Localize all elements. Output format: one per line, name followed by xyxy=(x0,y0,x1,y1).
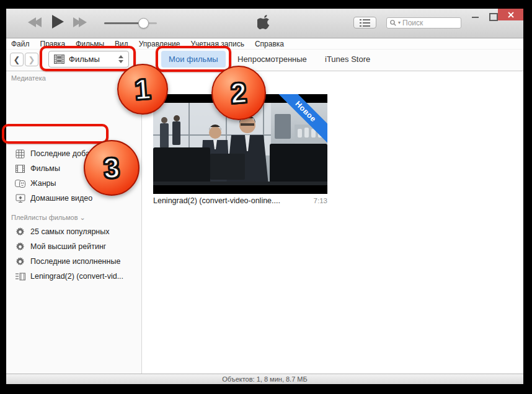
sidebar-item-label: Домашние видео xyxy=(30,194,92,203)
sidebar-item-label: Жанры xyxy=(30,179,56,188)
annotation-step-2: 2 xyxy=(211,66,266,120)
list-view-icon xyxy=(360,19,370,27)
sidebar-header-playlists[interactable]: Плейлисты фильмов ⌄ xyxy=(11,214,86,222)
view-options-button[interactable] xyxy=(353,17,376,28)
search-field[interactable]: ▾ xyxy=(386,17,461,28)
annotation-rect-media-picker xyxy=(40,46,136,71)
play-button[interactable] xyxy=(52,15,64,31)
status-bar: Объектов: 1, 8 мин, 8.7 МБ xyxy=(6,374,523,384)
annotation-rect-home-videos xyxy=(2,124,109,144)
forward-button[interactable]: ❯ xyxy=(25,53,38,66)
app-body: Медиатека Последние добавленные Фильмы xyxy=(6,71,523,374)
menu-help[interactable]: Справка xyxy=(255,40,284,48)
search-input[interactable] xyxy=(402,19,452,27)
sidebar-playlist-leningrad[interactable]: Leningrad(2) (convert-vid... xyxy=(6,269,141,284)
screenshot-frame: ▾ Файл Правка Фильмы Вид Управление Учет… xyxy=(0,0,532,394)
close-button[interactable] xyxy=(498,9,523,20)
status-text: Объектов: 1, 8 мин, 8.7 МБ xyxy=(222,375,307,383)
close-icon xyxy=(508,12,514,18)
video-duration: 7:13 xyxy=(314,197,327,204)
sidebar-header-library: Медиатека xyxy=(11,74,46,82)
gear-icon xyxy=(15,227,25,237)
sidebar-playlist-top-25[interactable]: 25 самых популярных xyxy=(6,224,141,239)
sidebar-item-label: Leningrad(2) (convert-vid... xyxy=(30,272,123,281)
home-video-icon xyxy=(15,193,25,204)
search-scope-chevron-icon: ▾ xyxy=(398,20,401,25)
fast-forward-button[interactable] xyxy=(73,17,87,30)
rewind-button[interactable] xyxy=(28,17,42,30)
play-icon xyxy=(52,15,64,28)
grid-icon xyxy=(15,149,25,159)
sidebar: Медиатека Последние добавленные Фильмы xyxy=(6,71,142,374)
tab-itunes-store[interactable]: iTunes Store xyxy=(317,51,378,68)
new-badge-label: Новое xyxy=(275,94,327,146)
back-button[interactable]: ❮ xyxy=(10,53,24,66)
apple-logo-icon xyxy=(257,14,272,34)
sidebar-playlist-top-rated[interactable]: Мой высший рейтинг xyxy=(6,239,141,254)
film-icon xyxy=(15,164,25,174)
video-title[interactable]: Leningrad(2) (convert-video-online.... xyxy=(153,196,280,205)
volume-knob[interactable] xyxy=(138,18,149,28)
masks-icon xyxy=(15,178,25,189)
sidebar-item-label: Фильмы xyxy=(30,164,60,173)
sidebar-playlist-recently-played[interactable]: Последние исполненные xyxy=(6,254,141,269)
annotation-step-1-number: 1 xyxy=(133,72,151,107)
tab-unwatched[interactable]: Непросмотренные xyxy=(230,51,314,68)
annotation-step-1: 1 xyxy=(117,64,168,115)
rewind-icon xyxy=(33,17,42,27)
annotation-step-3: 3 xyxy=(84,140,140,196)
annotation-step-2-number: 2 xyxy=(229,76,247,110)
annotation-step-3-number: 3 xyxy=(102,151,120,185)
annotation-rect-my-movies-tab xyxy=(156,46,231,72)
minimize-button[interactable] xyxy=(469,12,482,20)
video-playlist-icon xyxy=(15,271,25,282)
menu-file[interactable]: Файл xyxy=(11,40,30,48)
sidebar-item-label: Мой высший рейтинг xyxy=(30,242,106,251)
gear-icon xyxy=(15,256,25,267)
search-icon xyxy=(390,20,396,26)
volume-slider[interactable] xyxy=(104,22,157,24)
video-caption: Leningrad(2) (convert-video-online.... 7… xyxy=(153,196,327,205)
new-badge: Новое xyxy=(275,94,327,146)
fast-forward-icon xyxy=(79,17,87,27)
gear-icon xyxy=(15,242,25,252)
sidebar-item-label: 25 самых популярных xyxy=(30,227,110,236)
main-content: Новое Leningrad(2) (convert-video-online… xyxy=(142,71,523,374)
sidebar-item-label: Последние исполненные xyxy=(30,257,120,266)
toolbar: ▾ xyxy=(6,9,523,38)
